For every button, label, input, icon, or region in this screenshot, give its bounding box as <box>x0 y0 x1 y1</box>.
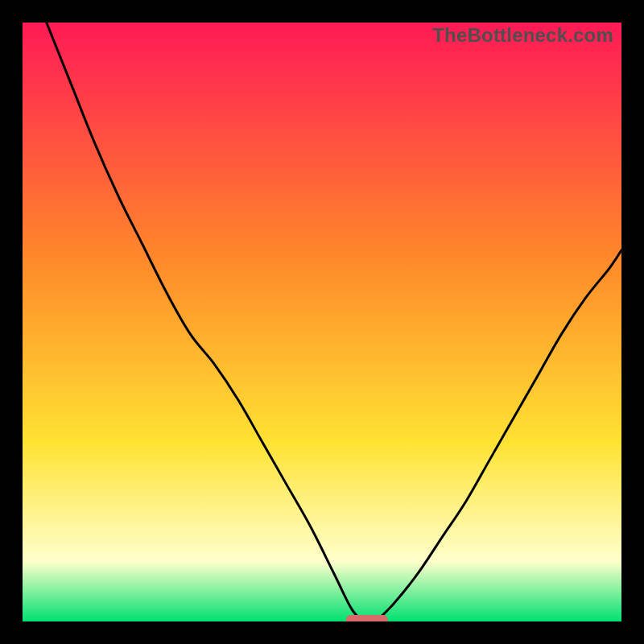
chart-frame: TheBottleneck.com <box>0 0 644 644</box>
minimum-marker <box>346 615 388 621</box>
chart-svg <box>23 23 621 621</box>
gradient-background <box>23 23 621 621</box>
watermark-text: TheBottleneck.com <box>432 24 613 47</box>
plot-area: TheBottleneck.com <box>23 23 621 621</box>
